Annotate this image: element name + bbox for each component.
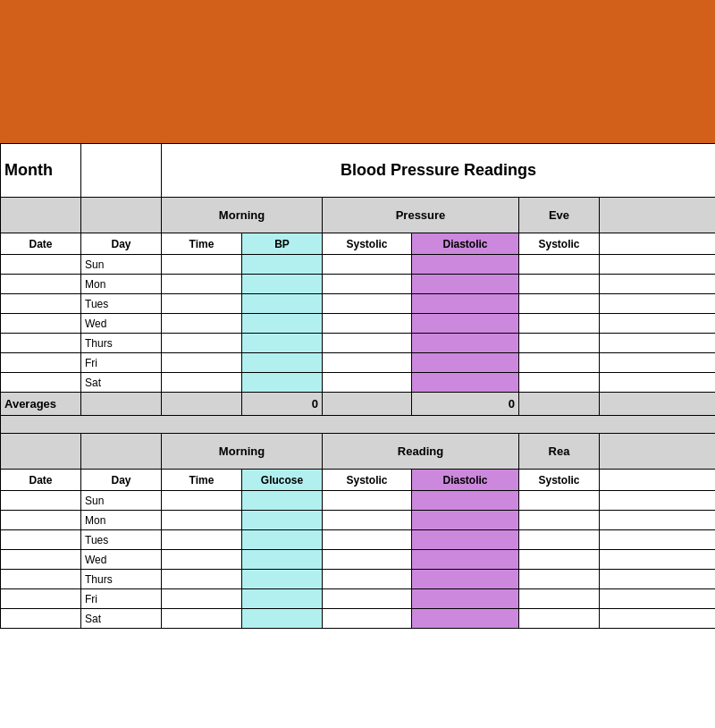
table-row: Sun [1,255,716,275]
col-rest-empty [600,233,716,255]
s2-glucose-cell[interactable] [242,609,323,629]
s2-date-cell[interactable] [1,589,81,609]
s2-glucose-cell[interactable] [242,589,323,609]
s2-glucose-cell[interactable] [242,530,323,550]
rest-cell[interactable] [600,373,716,393]
sys-cell[interactable] [323,353,412,373]
sys-cell[interactable] [323,373,412,393]
date-cell[interactable] [1,353,81,373]
s2-time-cell[interactable] [162,550,242,570]
s2-glucose-cell[interactable] [242,570,323,589]
rest-cell[interactable] [600,334,716,353]
s2-time-cell[interactable] [162,491,242,511]
time-cell[interactable] [162,373,242,393]
s2-glucose-cell[interactable] [242,550,323,570]
dia-cell[interactable] [412,255,519,275]
sys-cell[interactable] [323,294,412,314]
s2-sys-cell[interactable] [323,511,412,530]
sys2-cell[interactable] [519,373,600,393]
bp-cell[interactable] [242,255,323,275]
s2-time-cell[interactable] [162,530,242,550]
s2-rest-cell[interactable] [600,589,716,609]
bp-cell[interactable] [242,353,323,373]
dia-cell[interactable] [412,334,519,353]
sys2-cell[interactable] [519,353,600,373]
bp-cell[interactable] [242,275,323,294]
s2-rest-cell[interactable] [600,491,716,511]
s2-rest-cell[interactable] [600,550,716,570]
time-cell[interactable] [162,275,242,294]
time-cell[interactable] [162,314,242,334]
s2-sys-cell[interactable] [323,609,412,629]
s2-sys2-cell[interactable] [519,511,600,530]
rest-cell[interactable] [600,353,716,373]
s2-sys2-cell[interactable] [519,589,600,609]
time-cell[interactable] [162,255,242,275]
s2-sys-cell[interactable] [323,589,412,609]
sys2-cell[interactable] [519,255,600,275]
s2-rest-cell[interactable] [600,609,716,629]
s2-date-cell[interactable] [1,491,81,511]
s2-dia-cell[interactable] [412,491,519,511]
s2-sys-cell[interactable] [323,530,412,550]
s2-sys-cell[interactable] [323,491,412,511]
s2-rest-cell[interactable] [600,530,716,550]
sys2-cell[interactable] [519,294,600,314]
date-cell[interactable] [1,294,81,314]
s2-time-cell[interactable] [162,511,242,530]
s2-sys2-cell[interactable] [519,491,600,511]
s2-date-cell[interactable] [1,511,81,530]
date-cell[interactable] [1,314,81,334]
rest-cell[interactable] [600,294,716,314]
s2-date-cell[interactable] [1,570,81,589]
bp-cell[interactable] [242,373,323,393]
s2-dia-cell[interactable] [412,511,519,530]
bp-cell[interactable] [242,294,323,314]
bp-cell[interactable] [242,314,323,334]
sys-cell[interactable] [323,334,412,353]
date-cell[interactable] [1,255,81,275]
s2-date-cell[interactable] [1,530,81,550]
sys2-cell[interactable] [519,275,600,294]
dia-cell[interactable] [412,275,519,294]
s2-time-cell[interactable] [162,589,242,609]
s2-dia-cell[interactable] [412,570,519,589]
s2-sys2-cell[interactable] [519,570,600,589]
s2-sys2-cell[interactable] [519,609,600,629]
sys2-cell[interactable] [519,334,600,353]
dia-cell[interactable] [412,373,519,393]
bp-cell[interactable] [242,334,323,353]
s2-dia-cell[interactable] [412,609,519,629]
date-cell[interactable] [1,275,81,294]
s2-time-cell[interactable] [162,570,242,589]
s2-date-cell[interactable] [1,550,81,570]
rest-cell[interactable] [600,255,716,275]
date-cell[interactable] [1,334,81,353]
dia-cell[interactable] [412,314,519,334]
s2-sys2-cell[interactable] [519,530,600,550]
sys-cell[interactable] [323,314,412,334]
sys-cell[interactable] [323,275,412,294]
time-cell[interactable] [162,353,242,373]
dia-cell[interactable] [412,294,519,314]
s2-dia-cell[interactable] [412,589,519,609]
time-cell[interactable] [162,294,242,314]
rest-cell[interactable] [600,314,716,334]
dia-cell[interactable] [412,353,519,373]
sys-cell[interactable] [323,255,412,275]
s2-glucose-cell[interactable] [242,491,323,511]
s2-dia-cell[interactable] [412,530,519,550]
date-cell[interactable] [1,373,81,393]
s2-time-cell[interactable] [162,609,242,629]
time-cell[interactable] [162,334,242,353]
s2-glucose-cell[interactable] [242,511,323,530]
s2-rest-cell[interactable] [600,570,716,589]
sys2-cell[interactable] [519,314,600,334]
rest-cell[interactable] [600,275,716,294]
s2-dia-cell[interactable] [412,550,519,570]
s2-rest-cell[interactable] [600,511,716,530]
s2-sys2-cell[interactable] [519,550,600,570]
s2-sys-cell[interactable] [323,570,412,589]
s2-sys-cell[interactable] [323,550,412,570]
s2-date-cell[interactable] [1,609,81,629]
